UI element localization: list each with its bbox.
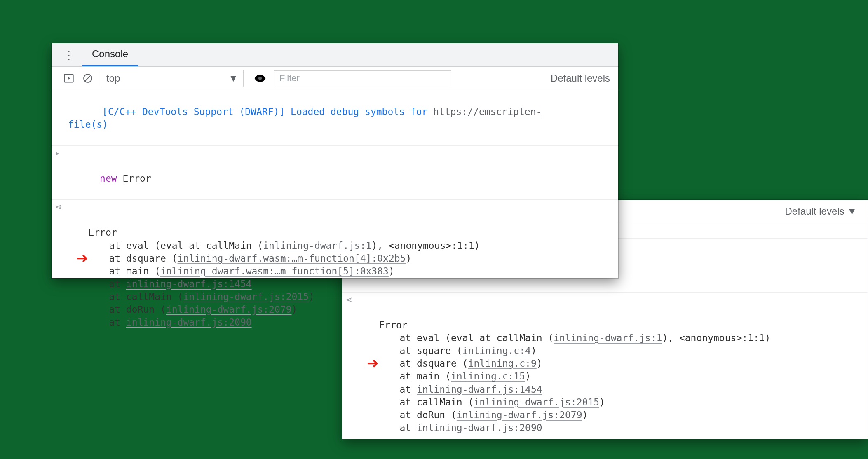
stack-frame: at square (inlining.c:4) — [356, 344, 863, 357]
stack-frame: at inlining-dwarf.js:2090 — [356, 422, 863, 434]
stack-frame-link[interactable]: inlining-dwarf.js:2079 — [166, 304, 292, 315]
stack-frame-link[interactable]: inlining-dwarf.js:2090 — [126, 317, 252, 328]
stack-frame: at callMain (inlining-dwarf.js:2015) — [356, 396, 863, 409]
stack-frame: ➜ at dsquare (inlining-dwarf.wasm:…m-fun… — [66, 252, 613, 265]
stack-frame: at main (inlining.c:15) — [356, 370, 863, 383]
log-levels-label: Default levels ▼ — [785, 206, 857, 217]
stack-frame-link[interactable]: inlining-dwarf.js:2015 — [183, 291, 309, 302]
source-link[interactable]: https://emscripten- — [433, 106, 542, 117]
stack-frame-link[interactable]: inlining-dwarf.js:1454 — [417, 384, 542, 395]
stack-frame: at eval (eval at callMain (inlining-dwar… — [356, 332, 863, 344]
console-toolbar: top ▼ Filter Default levels — [52, 67, 618, 90]
stack-frame: at eval (eval at callMain (inlining-dwar… — [66, 239, 613, 252]
console-input-row[interactable]: ▸ new Error — [52, 146, 618, 200]
svg-line-2 — [85, 76, 91, 81]
stack-frame-link[interactable]: inlining-dwarf.js:1 — [263, 240, 371, 251]
log-info-message: [C/C++ DevTools Support (DWARF)] Loaded … — [52, 92, 618, 146]
stack-frame: at callMain (inlining-dwarf.js:2015) — [66, 290, 613, 303]
execute-icon[interactable] — [61, 73, 77, 84]
stack-frame-link[interactable]: inlining.c:9 — [468, 358, 537, 369]
stack-frame-link[interactable]: inlining.c:4 — [462, 345, 531, 356]
stack-frame-link[interactable]: inlining.c:15 — [451, 371, 525, 382]
stack-frame: ➜ at dsquare (inlining.c:9) — [356, 357, 863, 370]
more-menu-icon[interactable]: ⋮ — [52, 48, 82, 62]
stack-frame: at doRun (inlining-dwarf.js:2079) — [356, 409, 863, 422]
log-levels-select[interactable]: Default levels — [551, 73, 614, 84]
stack-frame-link[interactable]: inlining-dwarf.js:2090 — [417, 422, 542, 433]
tab-console[interactable]: Console — [82, 43, 138, 66]
clear-console-icon[interactable] — [80, 73, 96, 84]
log-levels-label: Default levels — [551, 73, 610, 84]
stack-frame-link[interactable]: inlining-dwarf.js:2079 — [457, 410, 582, 420]
console-log-body: [C/C++ DevTools Support (DWARF)] Loaded … — [52, 90, 618, 332]
stack-frame-link[interactable]: inlining-dwarf.js:1 — [554, 333, 662, 343]
console-output-row: ⋖ Error at eval (eval at callMain (inlin… — [52, 200, 618, 330]
expand-icon[interactable]: ▸ — [55, 148, 60, 159]
stack-frame-link[interactable]: inlining-dwarf.js:2015 — [474, 397, 599, 407]
keyword-new: new — [100, 173, 117, 184]
log-levels-select[interactable]: Default levels ▼ — [785, 206, 864, 217]
chevron-down-icon: ▼ — [228, 73, 238, 84]
filter-input[interactable]: Filter — [274, 70, 451, 86]
stack-frame: at inlining-dwarf.js:2090 — [66, 316, 613, 329]
stack-frame-link[interactable]: inlining-dwarf.wasm:…m-function[5]:0x383 — [160, 266, 389, 276]
error-header: Error — [88, 227, 117, 238]
devtools-tabstrip: ⋮ Console — [52, 43, 618, 67]
svg-point-3 — [258, 77, 262, 80]
live-expression-icon[interactable] — [249, 72, 272, 85]
stack-frame: at inlining-dwarf.js:1454 — [66, 278, 613, 290]
stack-frame: at inlining-dwarf.js:1454 — [356, 383, 863, 396]
execution-context-select[interactable]: top ▼ — [101, 70, 244, 87]
return-icon: ⋖ — [55, 201, 62, 213]
stack-frame-link[interactable]: inlining-dwarf.wasm:…m-function[4]:0x2b5 — [178, 253, 406, 264]
stack-frame: at doRun (inlining-dwarf.js:2079) — [66, 303, 613, 316]
filter-placeholder: Filter — [279, 73, 300, 84]
devtools-console-front: ⋮ Console top ▼ Filter Default levels [C… — [52, 43, 618, 278]
stack-frame-link[interactable]: inlining-dwarf.js:1454 — [126, 279, 252, 289]
stack-frame: at main (inlining-dwarf.wasm:…m-function… — [66, 265, 613, 278]
